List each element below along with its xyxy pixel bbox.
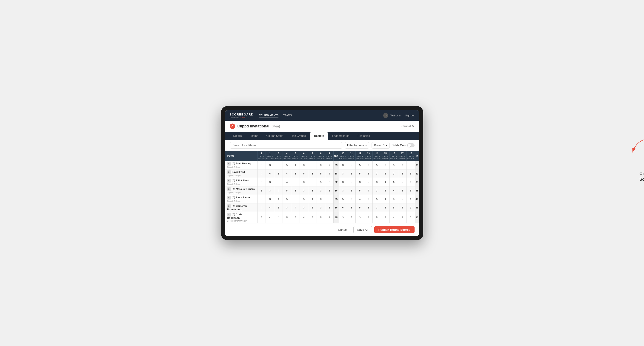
hole-5-score[interactable]: 4	[291, 203, 300, 212]
hole-7-score[interactable]: 3	[308, 212, 316, 223]
filter-by-team-dropdown[interactable]: Filter by team ▾	[345, 142, 369, 149]
hole-17-score[interactable]: 5	[398, 195, 406, 203]
hole-2-score[interactable]: 3	[266, 195, 274, 203]
hole-17-score[interactable]: 3	[398, 186, 406, 195]
tab-details[interactable]: Details	[230, 132, 246, 140]
hole-12-score[interactable]: 5	[356, 186, 364, 195]
publish-round-scores-button[interactable]: Publish Round Scores	[374, 226, 414, 233]
hole-7-score[interactable]: 5	[308, 203, 316, 212]
hole-9-score[interactable]: 4	[325, 169, 334, 178]
hole-2-score[interactable]: 4	[266, 203, 274, 212]
hole-2-score[interactable]: 3	[266, 186, 274, 195]
hole-10-score[interactable]: 5	[339, 195, 347, 203]
hole-13-score[interactable]: 5	[364, 178, 373, 186]
hole-5-score[interactable]: 3	[291, 212, 300, 223]
hole-18-score[interactable]: 5	[406, 169, 415, 178]
hole-3-score[interactable]: 5	[274, 161, 283, 169]
hole-17-score[interactable]: 3	[398, 169, 406, 178]
hole-14-score[interactable]: 3	[373, 203, 381, 212]
hole-18-score[interactable]	[406, 161, 415, 169]
hole-13-score[interactable]: 3	[364, 195, 373, 203]
save-all-button[interactable]: Save All	[354, 226, 372, 233]
hole-16-score[interactable]: 3	[390, 169, 398, 178]
hole-4-score[interactable]: 4	[283, 169, 291, 178]
hole-10-score[interactable]: 3	[339, 178, 347, 186]
hole-14-score[interactable]: 3	[373, 178, 381, 186]
hole-18-score[interactable]: 5	[406, 186, 415, 195]
tab-tee-groups[interactable]: Tee Groups	[288, 132, 310, 140]
hole-5-score[interactable]: 3	[291, 169, 300, 178]
hole-9-score[interactable]: 3	[325, 178, 334, 186]
hole-16-score[interactable]: 4	[390, 186, 398, 195]
toggle-switch[interactable]	[407, 143, 414, 147]
hole-18-score[interactable]: 3	[406, 212, 415, 223]
tab-leaderboards[interactable]: Leaderboards	[328, 132, 353, 140]
hole-8-score[interactable]: 3	[316, 203, 325, 212]
hole-3-score[interactable]: 3	[274, 169, 283, 178]
hole-6-score[interactable]: 4	[300, 212, 308, 223]
hole-15-score[interactable]: 4	[381, 178, 390, 186]
sign-out-link[interactable]: Sign out	[405, 114, 414, 117]
hole-1-score[interactable]: 5	[257, 178, 266, 186]
hole-14-score[interactable]: 5	[373, 161, 381, 169]
tab-teams[interactable]: Teams	[246, 132, 262, 140]
nav-teams[interactable]: TEAMS	[283, 113, 292, 118]
hole-15-score[interactable]: 4	[381, 195, 390, 203]
tab-course-setup[interactable]: Course Setup	[263, 132, 287, 140]
hole-5-score[interactable]: 3	[291, 178, 300, 186]
hole-7-score[interactable]: 6	[308, 161, 316, 169]
nav-tournaments[interactable]: TOURNAMENTS	[259, 113, 278, 118]
hole-4-score[interactable]: 4	[283, 178, 291, 186]
hole-6-score[interactable]: 3	[300, 178, 308, 186]
hole-4-score[interactable]: 5	[283, 195, 291, 203]
hole-12-score[interactable]: 5	[356, 169, 364, 178]
hole-11-score[interactable]: 5	[347, 178, 356, 186]
hole-4-score[interactable]: 5	[283, 161, 291, 169]
hole-7-score[interactable]: 3	[308, 169, 316, 178]
hole-5-score[interactable]: 3	[291, 195, 300, 203]
hole-9-score[interactable]: 7	[325, 161, 334, 169]
hole-7-score[interactable]: 3	[308, 186, 316, 195]
hole-8-score[interactable]: 5	[316, 212, 325, 223]
hole-11-score[interactable]: 3	[347, 203, 356, 212]
hole-12-score[interactable]: 3	[356, 178, 364, 186]
hole-6-score[interactable]: 3	[300, 186, 308, 195]
hole-7-score[interactable]: 3	[308, 178, 316, 186]
hole-16-score[interactable]: 3	[390, 195, 398, 203]
hole-9-score[interactable]: 4	[325, 212, 334, 223]
hole-9-score[interactable]: 5	[325, 203, 334, 212]
hole-1-score[interactable]: 4	[257, 169, 266, 178]
hole-17-score[interactable]: 4	[398, 203, 406, 212]
hole-8-score[interactable]: 3	[316, 195, 325, 203]
hole-2-score[interactable]: 6	[266, 169, 274, 178]
hole-11-score[interactable]: 5	[347, 161, 356, 169]
hole-10-score[interactable]: 3	[339, 186, 347, 195]
hole-4-score[interactable]: 5	[283, 212, 291, 223]
hole-18-score[interactable]: 3	[406, 203, 415, 212]
hole-10-score[interactable]: 3	[339, 212, 347, 223]
hole-16-score[interactable]: 5	[390, 203, 398, 212]
hole-5-score[interactable]: 3	[291, 186, 300, 195]
hole-15-score[interactable]: 3	[381, 161, 390, 169]
hole-1-score[interactable]: 4	[257, 203, 266, 212]
hole-10-score[interactable]: 3	[339, 161, 347, 169]
hole-5-score[interactable]: 4	[291, 161, 300, 169]
hole-3-score[interactable]: 4	[274, 212, 283, 223]
hole-14-score[interactable]: 5	[373, 195, 381, 203]
hole-6-score[interactable]: 6	[300, 169, 308, 178]
cancel-button[interactable]: Cancel	[334, 226, 351, 233]
hole-14-score[interactable]: 3	[373, 186, 381, 195]
hole-17-score[interactable]: 3	[398, 212, 406, 223]
hole-16-score[interactable]: 4	[390, 212, 398, 223]
hole-6-score[interactable]: 5	[300, 195, 308, 203]
hole-17-score[interactable]: 3	[398, 161, 406, 169]
hole-15-score[interactable]: 3	[381, 203, 390, 212]
hole-10-score[interactable]: 6	[339, 203, 347, 212]
hole-8-score[interactable]: 3	[316, 186, 325, 195]
hole-4-score[interactable]: 3	[283, 203, 291, 212]
hole-1-score[interactable]: 3	[257, 161, 266, 169]
hole-12-score[interactable]: 5	[356, 161, 364, 169]
hole-12-score[interactable]: 3	[356, 212, 364, 223]
hole-13-score[interactable]: 4	[364, 186, 373, 195]
hole-18-score[interactable]: 3	[406, 178, 415, 186]
